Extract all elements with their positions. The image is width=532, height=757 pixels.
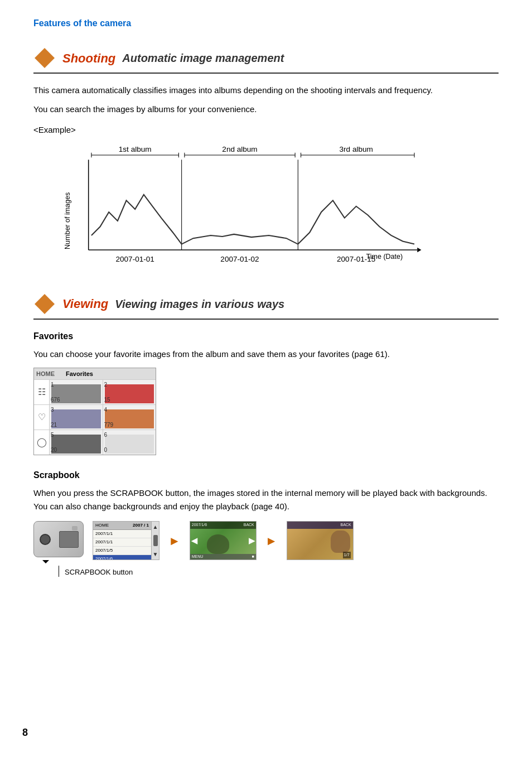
x-axis-label: Time (Date) xyxy=(366,252,403,260)
fav-cell-3-num: 3 xyxy=(51,406,54,414)
fav-cell-5-count: 20 xyxy=(51,446,57,454)
scrapbook-list-content: HOME2007 / 1 2007/1/1 2007/1/1 2007/1/5 … xyxy=(93,522,151,560)
favorites-subsection: Favorites You can choose your favorite i… xyxy=(33,330,499,456)
fav-cell-2-num: 2 xyxy=(104,380,108,389)
page-header: Features of the camera xyxy=(33,17,499,30)
album3-label: 3rd album xyxy=(340,144,373,153)
fav-cells-row3: 5 20 6 0 xyxy=(50,430,156,455)
example-label: <Example> xyxy=(33,124,499,137)
fav-cell-2: 2 15 xyxy=(103,380,156,404)
scrapbook-camera-device xyxy=(33,521,84,560)
favorites-header: Favorites xyxy=(33,330,499,343)
y-axis-label: Number of images xyxy=(64,192,71,249)
fav-sidebar-clock-icon: ◯ xyxy=(34,430,50,455)
fav-sidebar-heart-icon: ♡ xyxy=(34,405,50,430)
fav-cell-5: 5 20 xyxy=(50,430,103,455)
date2-label: 2007-01-02 xyxy=(220,254,259,263)
scrapbook-button-label-row: SCRAPBOOK button xyxy=(33,565,499,578)
viewing-title-row: Viewing Viewing images in various ways xyxy=(33,293,499,320)
fav-row-2: ♡ 3 21 4 779 xyxy=(34,404,156,430)
viewing-section: Viewing Viewing images in various ways F… xyxy=(33,293,499,578)
shooting-subtitle: Automatic image management xyxy=(122,50,284,66)
favorites-ui: HOME Favorites ☷ 1 676 2 xyxy=(33,368,156,456)
fav-cell-6: 6 0 xyxy=(103,430,156,455)
fav-cell-6-num: 6 xyxy=(104,431,108,439)
album2-label: 2nd album xyxy=(222,144,257,153)
shooting-body2: You can search the images by albums for … xyxy=(33,103,499,116)
fav-row-1: ☷ 1 676 2 15 xyxy=(34,379,156,404)
album1-label: 1st album xyxy=(119,144,152,153)
fav-cell-3: 3 21 xyxy=(50,405,103,430)
fav-cell-5-num: 5 xyxy=(51,431,54,439)
scrapbook-header: Scrapbook xyxy=(33,469,499,482)
arrow-2: ► xyxy=(265,532,278,550)
favorites-label: Favorites xyxy=(66,369,93,379)
scrapbook-photo-warm: BACK 1/7 xyxy=(287,521,354,560)
fav-cell-4-num: 4 xyxy=(104,406,108,414)
home-label: HOME xyxy=(36,369,55,379)
chart-svg: 1st album 2nd album 3rd album Number of … xyxy=(50,142,429,276)
favorites-grid: ☷ 1 676 2 15 xyxy=(34,379,156,455)
fav-cells-row2: 3 21 4 779 xyxy=(50,405,156,430)
shooting-diamond-icon xyxy=(33,47,56,69)
shooting-body1: This camera automatically classifies ima… xyxy=(33,84,499,97)
scrapbook-subsection: Scrapbook When you press the SCRAPBOOK b… xyxy=(33,469,499,578)
shooting-keyword: Shooting xyxy=(62,49,115,67)
fav-sidebar-album-icon: ☷ xyxy=(34,380,50,404)
fav-cell-2-count: 15 xyxy=(104,396,110,404)
fav-cells-row1: 1 676 2 15 xyxy=(50,380,156,404)
scrapbook-list-screen: HOME2007 / 1 2007/1/1 2007/1/1 2007/1/5 … xyxy=(93,521,159,560)
date1-label: 2007-01-01 xyxy=(116,254,154,263)
fav-cell-4: 4 779 xyxy=(103,405,156,430)
svg-marker-12 xyxy=(417,247,421,252)
page-number: 8 xyxy=(22,725,28,740)
shooting-title-row: Shooting Automatic image management xyxy=(33,47,499,74)
svg-marker-15 xyxy=(35,294,55,314)
arrow-1: ► xyxy=(168,532,181,550)
fav-cell-1-count: 676 xyxy=(51,396,60,404)
scrapbook-photo-green: 2007/1/6BACK ◀ ▶ MENU ■ xyxy=(190,521,257,560)
shooting-section: Shooting Automatic image management This… xyxy=(33,47,499,276)
album-chart: 1st album 2nd album 3rd album Number of … xyxy=(50,142,429,276)
svg-marker-0 xyxy=(35,48,55,68)
scrapbook-button-arrow xyxy=(42,560,49,563)
viewing-keyword: Viewing xyxy=(62,295,108,313)
fav-cell-1: 1 676 xyxy=(50,380,103,404)
fav-cell-1-num: 1 xyxy=(51,380,54,389)
scrapbook-button-label: SCRAPBOOK button xyxy=(65,567,133,578)
fav-cell-4-count: 779 xyxy=(104,421,114,429)
scrapbook-body: When you press the SCRAPBOOK button, the… xyxy=(33,486,499,513)
viewing-subtitle: Viewing images in various ways xyxy=(115,296,284,312)
scrapbook-list-nav: ▲ ▼ xyxy=(151,522,159,560)
scrapbook-images-row: HOME2007 / 1 2007/1/1 2007/1/1 2007/1/5 … xyxy=(33,521,499,560)
viewing-diamond-icon xyxy=(33,293,56,315)
fav-cell-3-count: 21 xyxy=(51,421,57,429)
favorites-body: You can choose your favorite images from… xyxy=(33,348,499,361)
fav-cell-6-count: 0 xyxy=(104,446,108,454)
favorites-ui-header: HOME Favorites xyxy=(34,368,156,380)
fav-row-3: ◯ 5 20 6 0 xyxy=(34,430,156,455)
